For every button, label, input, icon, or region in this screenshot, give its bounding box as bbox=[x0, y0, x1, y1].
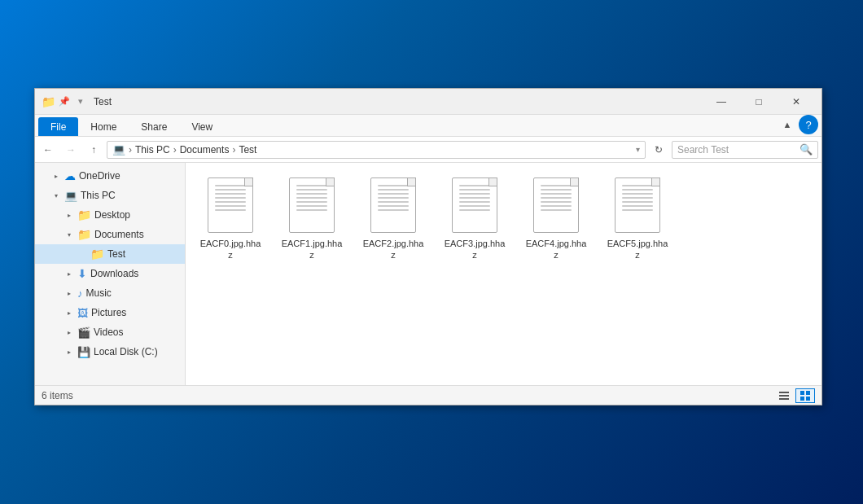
file-icon-wrapper bbox=[204, 176, 256, 234]
up-button[interactable]: ↑ bbox=[84, 140, 103, 160]
doc-line bbox=[215, 205, 246, 207]
file-item[interactable]: EACF0.jpg.hhaz bbox=[194, 171, 267, 266]
music-icon: ♪ bbox=[77, 287, 83, 300]
doc-line bbox=[296, 193, 327, 195]
doc-line bbox=[622, 185, 653, 186]
doc-line bbox=[541, 193, 572, 195]
doc-line bbox=[541, 209, 572, 211]
sidebar-label-test: Test bbox=[107, 248, 125, 260]
file-item[interactable]: EACF4.jpg.hhaz bbox=[519, 171, 593, 266]
file-label: EACF2.jpg.hhaz bbox=[361, 238, 425, 261]
sidebar-label-onedrive: OneDrive bbox=[79, 170, 120, 182]
file-item[interactable]: EACF5.jpg.hhaz bbox=[601, 171, 674, 266]
doc-line bbox=[215, 209, 246, 211]
sidebar-item-this-pc[interactable]: ▾ 💻 This PC bbox=[35, 186, 185, 205]
doc-line bbox=[541, 189, 572, 191]
tab-home[interactable]: Home bbox=[78, 117, 129, 136]
file-explorer-window: 📁 📌 ▾ Test — □ ✕ File Home Share View ▲ … bbox=[34, 88, 822, 405]
tab-share[interactable]: Share bbox=[129, 117, 179, 136]
doc-icon bbox=[533, 177, 579, 233]
file-item[interactable]: EACF1.jpg.hhaz bbox=[275, 171, 348, 266]
svg-rect-6 bbox=[806, 397, 810, 401]
path-sep-2: › bbox=[173, 144, 177, 156]
svg-rect-5 bbox=[800, 397, 804, 401]
doc-icon bbox=[615, 177, 660, 233]
file-icon-wrapper bbox=[367, 176, 419, 234]
doc-line bbox=[622, 193, 653, 195]
pictures-arrow: ▸ bbox=[64, 308, 74, 318]
file-label: EACF5.jpg.hhaz bbox=[606, 238, 669, 261]
doc-line bbox=[541, 185, 572, 186]
tab-view[interactable]: View bbox=[179, 117, 225, 136]
window-folder-icon: 📁 bbox=[42, 95, 55, 108]
desktop-arrow: ▸ bbox=[64, 210, 74, 220]
documents-arrow: ▾ bbox=[64, 230, 74, 239]
sidebar-label-localdisk: Local Disk (C:) bbox=[94, 346, 158, 357]
sidebar-item-local-disk[interactable]: ▸ 💾 Local Disk (C:) bbox=[35, 342, 185, 362]
path-sep-1: › bbox=[129, 144, 132, 156]
doc-line bbox=[296, 209, 327, 211]
address-path[interactable]: 💻 › This PC › Documents › Test ▾ bbox=[107, 141, 646, 159]
svg-rect-0 bbox=[779, 392, 789, 393]
large-icons-view-button[interactable] bbox=[795, 388, 815, 403]
documents-icon: 📁 bbox=[77, 228, 91, 241]
path-this-pc: This PC bbox=[135, 144, 170, 156]
doc-line bbox=[541, 205, 572, 207]
close-button[interactable]: ✕ bbox=[778, 89, 815, 115]
svg-rect-4 bbox=[806, 391, 810, 395]
title-bar-icons: 📁 📌 ▾ bbox=[42, 95, 87, 108]
minimize-button[interactable]: — bbox=[703, 89, 740, 115]
sidebar-item-music[interactable]: ▸ ♪ Music bbox=[35, 283, 185, 303]
sidebar-item-onedrive[interactable]: ▸ ☁ OneDrive bbox=[35, 166, 185, 186]
doc-line bbox=[378, 193, 409, 195]
videos-icon: 🎬 bbox=[77, 327, 90, 339]
file-label: EACF0.jpg.hhaz bbox=[199, 238, 262, 261]
file-label: EACF3.jpg.hhaz bbox=[443, 238, 506, 261]
help-button[interactable]: ? bbox=[799, 115, 818, 134]
localdisk-icon: 💾 bbox=[77, 346, 90, 358]
doc-icon bbox=[370, 177, 416, 233]
test-icon: 📁 bbox=[90, 248, 104, 261]
sidebar-item-downloads[interactable]: ▸ ⬇ Downloads bbox=[35, 264, 185, 283]
sidebar-item-desktop[interactable]: ▸ 📁 Desktop bbox=[35, 205, 185, 225]
doc-line bbox=[378, 197, 409, 199]
back-button[interactable]: ← bbox=[38, 140, 58, 160]
doc-line bbox=[296, 205, 327, 207]
window-title: Test bbox=[94, 96, 703, 107]
doc-icon bbox=[289, 177, 335, 233]
thispc-arrow: ▾ bbox=[51, 191, 61, 200]
ribbon-collapse-button[interactable]: ▲ bbox=[778, 115, 797, 134]
sidebar-label-pictures: Pictures bbox=[91, 307, 126, 318]
file-icon-wrapper bbox=[449, 176, 501, 234]
sidebar-label-videos: Videos bbox=[94, 327, 123, 338]
tab-file[interactable]: File bbox=[38, 117, 78, 136]
sidebar-item-videos[interactable]: ▸ 🎬 Videos bbox=[35, 322, 185, 342]
doc-line bbox=[622, 201, 653, 203]
refresh-button[interactable]: ↻ bbox=[649, 140, 668, 160]
sidebar-item-documents[interactable]: ▾ 📁 Documents bbox=[35, 225, 185, 244]
file-area: EACF0.jpg.hhaz EACF1.jpg.hhaz EACF2.jpg.… bbox=[186, 163, 821, 385]
main-area: ▸ ☁ OneDrive ▾ 💻 This PC ▸ 📁 Desktop ▾ 📁… bbox=[35, 163, 821, 385]
doc-line bbox=[622, 189, 653, 191]
doc-line bbox=[378, 209, 409, 211]
doc-line bbox=[622, 205, 653, 207]
doc-line bbox=[378, 185, 409, 186]
downloads-icon: ⬇ bbox=[77, 267, 87, 280]
doc-line bbox=[459, 205, 490, 207]
file-item[interactable]: EACF3.jpg.hhaz bbox=[438, 171, 511, 266]
doc-line bbox=[296, 189, 327, 191]
view-buttons bbox=[774, 388, 815, 403]
sidebar-item-pictures[interactable]: ▸ 🖼 Pictures bbox=[35, 303, 185, 322]
forward-button[interactable]: → bbox=[61, 140, 81, 160]
maximize-button[interactable]: □ bbox=[740, 89, 778, 115]
doc-line bbox=[541, 197, 572, 199]
doc-line bbox=[378, 201, 409, 203]
svg-rect-1 bbox=[779, 395, 789, 397]
search-box[interactable]: Search Test 🔍 bbox=[672, 141, 818, 159]
music-arrow: ▸ bbox=[64, 288, 74, 298]
sidebar-label-documents: Documents bbox=[94, 229, 144, 240]
sidebar-item-test[interactable]: ▸ 📁 Test bbox=[35, 244, 185, 264]
details-view-button[interactable] bbox=[774, 388, 794, 403]
onedrive-arrow: ▸ bbox=[51, 171, 61, 181]
file-item[interactable]: EACF2.jpg.hhaz bbox=[357, 171, 430, 266]
